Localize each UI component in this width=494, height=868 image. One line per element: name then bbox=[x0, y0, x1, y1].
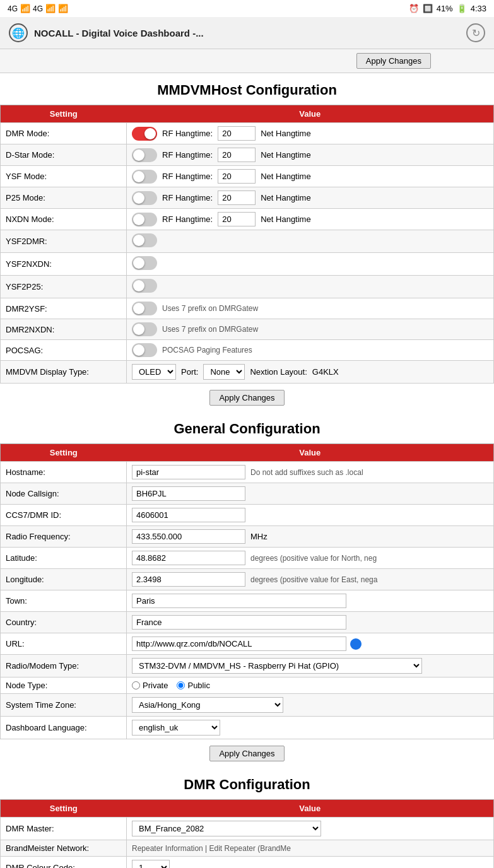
callsign-input[interactable] bbox=[132, 486, 245, 501]
lon-input[interactable] bbox=[132, 572, 245, 587]
dmr-master-value: BM_France_2082 bbox=[127, 818, 494, 840]
colour-code-label: DMR Colour Code: bbox=[1, 857, 127, 869]
table-row: Hostname: Do not add suffixes such as .l… bbox=[1, 462, 494, 483]
table-row: D-Star Mode: RF Hangtime: Net Hangtime bbox=[1, 144, 494, 166]
battery-percent: 41% bbox=[437, 4, 453, 13]
nodetype-private-radio[interactable] bbox=[132, 681, 140, 689]
dmr-mode-toggle[interactable] bbox=[132, 127, 157, 141]
browser-bar: 🌐 NOCALL - Digital Voice Dashboard -... … bbox=[0, 17, 494, 49]
colour-code-value: 1 bbox=[127, 857, 494, 869]
table-row: NXDN Mode: RF Hangtime: Net Hangtime bbox=[1, 209, 494, 230]
timezone-label: System Time Zone: bbox=[1, 694, 127, 717]
dstar-rf-hangtime[interactable] bbox=[218, 148, 256, 162]
p25-mode-toggle[interactable] bbox=[132, 191, 157, 205]
dmr-master-label: DMR Master: bbox=[1, 818, 127, 840]
reload-button[interactable]: ↻ bbox=[466, 23, 485, 42]
table-row: DMR2NXDN: Uses 7 prefix on DMRGatew bbox=[1, 319, 494, 340]
timezone-value: Asia/Hong_Kong bbox=[127, 694, 494, 717]
ysf2nxdn-value bbox=[127, 253, 494, 276]
table-row: Longitude: degrees (positive value for E… bbox=[1, 569, 494, 590]
dstar-mode-toggle[interactable] bbox=[132, 148, 157, 162]
language-label: Dashboard Language: bbox=[1, 717, 127, 739]
ysf2p25-label: YSF2P25: bbox=[1, 276, 127, 298]
mmdvmhost-apply-button[interactable]: Apply Changes bbox=[209, 390, 284, 406]
wifi-icon: 📶 bbox=[58, 4, 68, 13]
lat-value: degrees (positive value for North, neg bbox=[127, 548, 494, 569]
battery-full-icon: 🔋 bbox=[457, 4, 467, 13]
table-row: DMR Colour Code: 1 bbox=[1, 857, 494, 869]
table-row: Latitude: degrees (positive value for No… bbox=[1, 548, 494, 569]
pocsag-toggle[interactable] bbox=[132, 343, 157, 357]
nodetype-label: Node Type: bbox=[1, 677, 127, 694]
p25-mode-label: P25 Mode: bbox=[1, 187, 127, 209]
modem-label: Radio/Modem Type: bbox=[1, 655, 127, 677]
colour-code-dropdown[interactable]: 1 bbox=[132, 860, 170, 868]
modem-dropdown[interactable]: STM32-DVM / MMDVM_HS - Raspberry Pi Hat … bbox=[132, 658, 422, 674]
ysf2dmr-toggle[interactable] bbox=[132, 233, 157, 247]
general-setting-header: Setting bbox=[1, 444, 127, 462]
nextion-layout-value: G4KLX bbox=[312, 367, 339, 377]
dmrid-input[interactable] bbox=[132, 508, 245, 522]
dmr-rf-hangtime[interactable] bbox=[218, 126, 256, 141]
dmr-setting-header: Setting bbox=[1, 800, 127, 818]
dmr-mode-label: DMR Mode: bbox=[1, 123, 127, 144]
nodetype-public-radio[interactable] bbox=[177, 681, 185, 689]
ysf-mode-value: RF Hangtime: Net Hangtime bbox=[127, 166, 494, 187]
ysf2dmr-label: YSF2DMR: bbox=[1, 230, 127, 253]
nodetype-private-label[interactable]: Private bbox=[132, 681, 168, 690]
apply-changes-top[interactable]: Apply Changes bbox=[356, 53, 431, 69]
dmr2ysf-toggle[interactable] bbox=[132, 302, 157, 315]
pocsag-value: POCSAG Paging Features bbox=[127, 340, 494, 361]
hostname-input[interactable] bbox=[132, 465, 245, 479]
dmr-table: Setting Value DMR Master: BM_France_2082… bbox=[0, 799, 494, 868]
url-label: URL: bbox=[1, 633, 127, 655]
callsign-label: Node Callsign: bbox=[1, 483, 127, 505]
ysf2p25-value bbox=[127, 276, 494, 298]
p25-rf-hangtime[interactable] bbox=[218, 191, 256, 205]
dmr-mode-value: RF Hangtime: Net Hangtime bbox=[127, 123, 494, 144]
nxdn-mode-label: NXDN Mode: bbox=[1, 209, 127, 230]
port-dropdown[interactable]: None bbox=[203, 364, 245, 380]
dstar-mode-label: D-Star Mode: bbox=[1, 144, 127, 166]
language-dropdown[interactable]: english_uk bbox=[132, 720, 220, 736]
dmr2ysf-value: Uses 7 prefix on DMRGatew bbox=[127, 298, 494, 319]
table-row: Radio Frequency: MHz bbox=[1, 526, 494, 548]
table-row: P25 Mode: RF Hangtime: Net Hangtime bbox=[1, 187, 494, 209]
dmr2nxdn-toggle[interactable] bbox=[132, 322, 157, 336]
status-left: 4G 📶 4G 📶 📶 bbox=[8, 4, 68, 13]
lat-input[interactable] bbox=[132, 551, 245, 565]
freq-value: MHz bbox=[127, 526, 494, 548]
battery-icon: 🔲 bbox=[423, 4, 433, 13]
ysf2nxdn-toggle[interactable] bbox=[132, 256, 157, 270]
dmr-master-dropdown[interactable]: BM_France_2082 bbox=[132, 821, 321, 836]
town-input[interactable] bbox=[132, 594, 346, 608]
display-type-dropdown[interactable]: OLED bbox=[132, 364, 176, 380]
signal-bars-2: 📶 bbox=[45, 4, 56, 13]
lat-label: Latitude: bbox=[1, 548, 127, 569]
display-type-value: OLED Port: None Nextion Layout: G4KLX bbox=[127, 361, 494, 384]
callsign-value bbox=[127, 483, 494, 505]
nxdn-mode-toggle[interactable] bbox=[132, 213, 157, 226]
mmdvmhost-title: MMDVMHost Configuration bbox=[0, 73, 494, 105]
display-type-label: MMDVM Display Type: bbox=[1, 361, 127, 384]
lon-value: degrees (positive value for East, nega bbox=[127, 569, 494, 590]
nxdn-rf-hangtime[interactable] bbox=[218, 212, 256, 226]
ysf-rf-hangtime[interactable] bbox=[218, 169, 256, 184]
status-bar: 4G 📶 4G 📶 📶 ⏰ 🔲 41% 🔋 4:33 bbox=[0, 0, 494, 17]
ysf2p25-toggle[interactable] bbox=[132, 279, 157, 293]
timezone-dropdown[interactable]: Asia/Hong_Kong bbox=[132, 697, 283, 713]
ysf-mode-toggle[interactable] bbox=[132, 170, 157, 184]
nodetype-public-label[interactable]: Public bbox=[177, 681, 209, 690]
language-value: english_uk bbox=[127, 717, 494, 739]
table-row: POCSAG: POCSAG Paging Features bbox=[1, 340, 494, 361]
ysf-mode-label: YSF Mode: bbox=[1, 166, 127, 187]
lon-label: Longitude: bbox=[1, 569, 127, 590]
freq-input[interactable] bbox=[132, 529, 245, 544]
hostname-label: Hostname: bbox=[1, 462, 127, 483]
dmrid-value bbox=[127, 505, 494, 526]
general-apply-button[interactable]: Apply Changes bbox=[209, 746, 284, 761]
url-input[interactable] bbox=[132, 636, 346, 651]
country-input[interactable] bbox=[132, 615, 346, 630]
table-row: DMR Mode: RF Hangtime: Net Hangtime bbox=[1, 123, 494, 144]
table-row: Node Callsign: bbox=[1, 483, 494, 505]
